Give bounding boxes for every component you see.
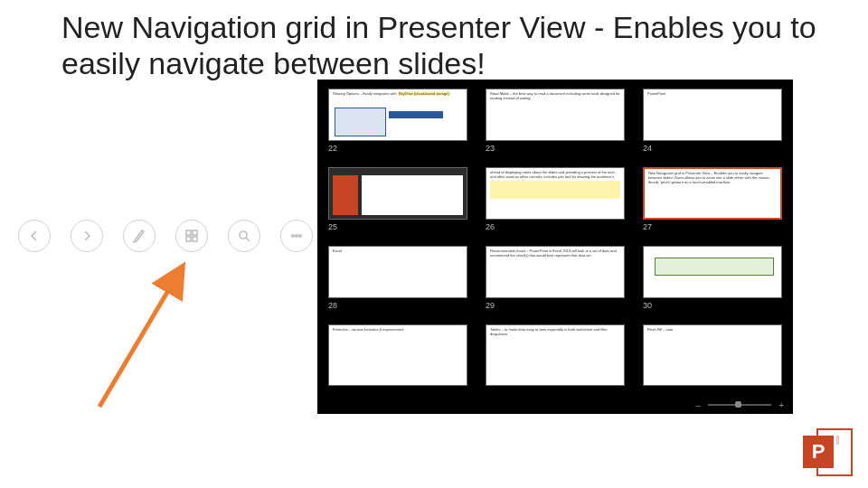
zoom-footer: – + [317, 396, 793, 414]
slide-thumb[interactable]: Read Mode – the best way to read a docum… [486, 89, 625, 153]
slide-number: 23 [486, 144, 625, 153]
slide-thumb[interactable]: Recommended charts – PowerPoint in Excel… [486, 246, 625, 310]
slide-grid: Sharing Options – Easily integrates with… [328, 89, 782, 389]
slide-thumb[interactable]: 25 [328, 167, 467, 231]
svg-point-7 [299, 235, 302, 238]
next-slide-button[interactable] [71, 220, 103, 252]
zoom-button[interactable] [228, 220, 260, 252]
slide-thumb[interactable]: Flash Fill – auto [643, 324, 782, 389]
zoom-slider[interactable] [708, 404, 771, 406]
presenter-toolbar [18, 220, 313, 252]
slide-thumb[interactable]: Formulas – various formulas & improvemen… [328, 324, 467, 389]
more-options-button[interactable] [280, 220, 313, 252]
prev-slide-button[interactable] [18, 220, 51, 252]
zoom-in-icon[interactable]: + [778, 400, 784, 410]
slide-number: 27 [643, 222, 782, 231]
svg-rect-1 [193, 230, 197, 235]
svg-rect-0 [186, 230, 191, 235]
slide-number: 25 [328, 222, 467, 231]
powerpoint-logo: P [803, 428, 853, 476]
slide-number: 30 [643, 301, 782, 310]
svg-point-5 [292, 235, 295, 238]
slide-thumb[interactable]: 30 [643, 246, 782, 310]
slide-number: 28 [328, 301, 467, 310]
svg-point-4 [240, 231, 247, 239]
slide-number: 22 [328, 144, 467, 153]
svg-point-6 [296, 235, 298, 238]
show-all-slides-button[interactable] [175, 220, 208, 252]
svg-rect-3 [193, 237, 197, 241]
slide-number: 26 [486, 222, 625, 231]
slide-thumb[interactable]: Excel28 [328, 246, 467, 310]
slide-thumb[interactable]: ahead of displaying notes about the slid… [486, 167, 625, 231]
slide-thumb[interactable]: New Navigation grid in Presenter View – … [643, 167, 782, 231]
svg-line-8 [99, 269, 181, 407]
slide-number: 24 [643, 144, 782, 153]
slide-thumb[interactable]: PowerPoint24 [643, 89, 782, 153]
slide-number: 29 [486, 301, 625, 310]
pen-tool-button[interactable] [123, 220, 156, 252]
slide-title: New Navigation grid in Presenter View - … [61, 9, 841, 81]
navigation-grid-panel: Sharing Options – Easily integrates with… [317, 80, 793, 414]
slide-thumb[interactable]: Sharing Options – Easily integrates with… [328, 89, 467, 153]
svg-rect-2 [186, 237, 191, 241]
slide-thumb[interactable]: Tables – to make data easy to view espec… [486, 324, 625, 389]
callout-arrow [63, 253, 244, 416]
zoom-out-icon[interactable]: – [696, 400, 702, 410]
